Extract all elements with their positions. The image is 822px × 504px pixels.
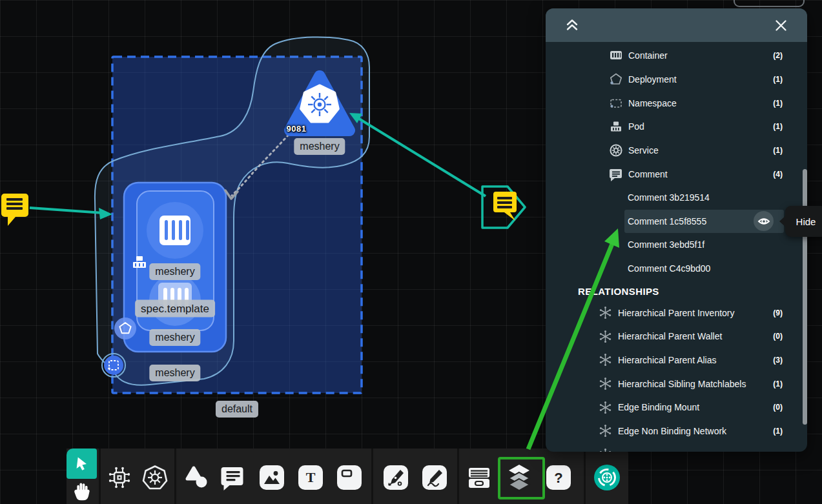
service-port-label: 9081 bbox=[287, 124, 307, 134]
panel-item-label: Namespace bbox=[628, 98, 677, 108]
panel-item-count: (1) bbox=[773, 99, 807, 108]
comment-label: Comment 1c5f8555 bbox=[628, 216, 706, 227]
relationship-row[interactable]: Hierarchical Parent Alias (3) bbox=[546, 348, 807, 372]
namespace-badge-icon bbox=[102, 354, 125, 377]
comment-list-item[interactable]: Comment 3ebd5f1f bbox=[546, 233, 807, 257]
pencil-icon bbox=[425, 468, 444, 487]
tool-text-button[interactable]: T bbox=[296, 463, 325, 492]
tool-pan-button[interactable] bbox=[67, 479, 97, 504]
service-name-label: meshery bbox=[294, 138, 345, 155]
panel-item-label: Container bbox=[628, 50, 668, 61]
chevron-double-up-icon bbox=[565, 18, 579, 32]
elements-panel: Container (2) Deployment (1) Namespace (… bbox=[546, 8, 807, 452]
comment-label: Comment C4c9bd00 bbox=[628, 263, 710, 274]
toolbar-divider bbox=[174, 449, 176, 504]
service-icon bbox=[608, 143, 624, 157]
close-icon bbox=[776, 20, 786, 31]
kubernetes-icon bbox=[141, 464, 169, 491]
relationship-label: Hierarchical Sibling Matchlabels bbox=[618, 379, 746, 389]
relationship-row[interactable]: Edge Binding Mount (0) bbox=[546, 396, 807, 419]
panel-item-count: (1) bbox=[773, 122, 807, 131]
background-toolbar-sliver bbox=[734, 0, 805, 7]
visibility-toggle-button[interactable] bbox=[754, 211, 774, 231]
pen-icon bbox=[386, 468, 406, 487]
note-icon bbox=[340, 468, 359, 487]
hide-tooltip-label: Hide bbox=[796, 216, 816, 227]
container-icon bbox=[608, 48, 624, 63]
toolbar-divider bbox=[99, 449, 101, 504]
tool-component-button[interactable] bbox=[105, 463, 134, 492]
comment-list-item[interactable]: Comment 3b219514 bbox=[546, 186, 807, 210]
drawer-icon bbox=[466, 465, 492, 490]
panel-item-comment[interactable]: Comment (4) bbox=[546, 162, 807, 186]
deployment-icon bbox=[608, 72, 624, 86]
right-comment-edge bbox=[349, 113, 486, 196]
panel-item-count: (1) bbox=[773, 75, 807, 84]
left-comment-edge bbox=[30, 208, 112, 219]
help-icon: ? bbox=[550, 469, 568, 487]
toolbar-divider bbox=[584, 449, 586, 504]
comment-node-left[interactable] bbox=[1, 194, 28, 226]
meshery-logo-button[interactable] bbox=[593, 463, 621, 492]
comment-node-right[interactable] bbox=[482, 186, 525, 228]
toolbar-divider bbox=[371, 449, 373, 504]
relationship-icon bbox=[598, 400, 612, 414]
deployment-badge-icon bbox=[114, 318, 136, 339]
panel-item-count: (2) bbox=[773, 51, 807, 60]
panel-item-pod[interactable]: Pod (1) bbox=[546, 115, 807, 139]
shapes-icon bbox=[184, 465, 210, 490]
relationship-row[interactable]: Edge Non Binding Network (1) bbox=[546, 419, 807, 443]
relationship-label: Hierarchical Parent Inventory bbox=[618, 308, 735, 318]
pod-icon bbox=[608, 119, 624, 134]
relationship-row-partial[interactable] bbox=[546, 443, 807, 452]
hide-tooltip: Hide bbox=[785, 206, 822, 237]
component-chip-icon bbox=[107, 465, 132, 490]
relationship-row[interactable]: Hierarchical Parent Wallet (0) bbox=[546, 325, 807, 348]
tool-kubernetes-button[interactable] bbox=[141, 463, 169, 492]
tool-image-button[interactable] bbox=[258, 463, 286, 492]
collapse-panel-button[interactable] bbox=[565, 18, 579, 32]
namespace-icon bbox=[608, 96, 624, 110]
relationship-count: (1) bbox=[773, 427, 807, 436]
tool-pen-button[interactable] bbox=[382, 463, 410, 492]
relationship-label: Edge Binding Mount bbox=[618, 402, 699, 412]
comment-icon bbox=[608, 167, 624, 181]
panel-item-label: Deployment bbox=[628, 74, 677, 85]
relationship-row[interactable]: Hierarchical Sibling Matchlabels (1) bbox=[546, 372, 807, 396]
panel-item-container[interactable]: Container (2) bbox=[546, 44, 807, 68]
container-node[interactable] bbox=[147, 202, 203, 259]
comment-list-item[interactable]: Comment C4c9bd00 bbox=[546, 257, 807, 281]
panel-item-service[interactable]: Service (1) bbox=[546, 139, 807, 163]
panel-item-label: Pod bbox=[628, 121, 644, 132]
tool-shapes-button[interactable] bbox=[183, 463, 211, 492]
tool-help-button[interactable]: ? bbox=[544, 463, 573, 492]
panel-item-namespace[interactable]: Namespace (1) bbox=[546, 91, 807, 115]
deployment-name-label: meshery bbox=[149, 329, 200, 346]
tool-select-button[interactable] bbox=[67, 449, 97, 479]
comment-label: Comment 3b219514 bbox=[628, 192, 710, 203]
close-panel-button[interactable] bbox=[774, 18, 788, 32]
toolbar-divider bbox=[457, 449, 459, 504]
tool-comment-button[interactable] bbox=[219, 463, 247, 492]
meshery-logo-icon bbox=[593, 464, 621, 491]
tool-pencil-button[interactable] bbox=[420, 463, 449, 492]
relationship-icon bbox=[598, 448, 612, 452]
panel-item-count: (1) bbox=[773, 146, 807, 155]
panel-header bbox=[546, 8, 807, 42]
relationship-icon bbox=[598, 306, 612, 320]
select-cursor-icon bbox=[73, 455, 91, 473]
panel-item-deployment[interactable]: Deployment (1) bbox=[546, 68, 807, 92]
relationship-row[interactable]: Hierarchical Parent Inventory (9) bbox=[546, 301, 807, 325]
tool-layers-button[interactable] bbox=[505, 463, 533, 492]
relationship-icon bbox=[598, 424, 612, 438]
kubernetes-wheel-icon bbox=[308, 93, 331, 116]
spec-template-label: spec.template bbox=[135, 300, 215, 318]
relationship-label: Edge Non Binding Network bbox=[618, 426, 726, 436]
text-icon: T bbox=[302, 469, 320, 487]
tool-drawer-button[interactable] bbox=[465, 463, 493, 492]
comment-icon bbox=[220, 465, 246, 490]
relationship-label: Hierarchical Parent Alias bbox=[618, 355, 717, 365]
panel-item-label: Comment bbox=[628, 169, 668, 179]
tool-note-button[interactable] bbox=[335, 463, 364, 492]
relationship-icon bbox=[598, 329, 612, 343]
